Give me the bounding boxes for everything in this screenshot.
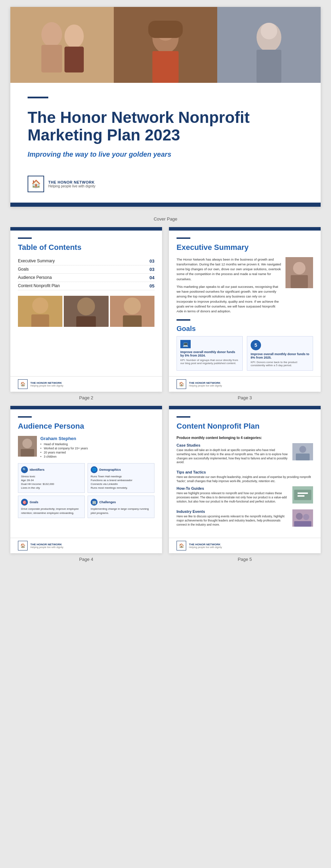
page-4-top-bar [10,406,162,409]
content-plan-title: Content Nonprofit Plan [177,422,313,431]
persona-info: Graham Stephen Head of Marketing Worked … [40,436,154,459]
svg-rect-30 [21,449,34,457]
small-org-tagline-p2: Helping people live with dignity [30,384,63,387]
persona-identifiers-card: 🔍 Identifiers Stress toxicAge 28-34Dual … [18,463,85,493]
events-section: Industry Events Here we like to discuss … [177,509,313,530]
org-tagline: Helping people live with dignity [48,184,96,188]
content-intro: Produce monthly content belonging to 4 c… [177,436,313,440]
svg-point-17 [32,297,48,313]
page-3: Executive Summary The Honor Network has … [169,227,321,392]
cover-page-label: Cover Page [0,214,331,227]
persona-bullet-2: Worked at company for 15+ years [40,447,154,450]
goals-card-text: Drive corporate productivity; improve em… [21,507,82,515]
persona-photo [18,436,37,457]
exec-text: The Honor Network has always been in the… [177,257,281,314]
exec-summary-content: The Honor Network has always been in the… [177,257,313,314]
page-2: Table of Contents Executive Summary 03 G… [10,227,162,392]
exec-photo [285,257,313,288]
laptop-icon: 💻 [180,340,191,348]
howto-title: How-To Guides [177,486,289,490]
small-org-tagline-p5: Helping people live with dignity [189,546,222,548]
svg-point-6 [68,26,80,38]
challenges-text: Implementing change in large company run… [91,507,151,515]
page-2-top-bar [10,227,162,231]
cover-blue-bar [28,97,48,98]
small-logo-icon-p3: 🏠 [177,379,186,389]
small-org-tagline-p3: Helping people live with dignity [189,384,222,387]
persona-header: Graham Stephen Head of Marketing Worked … [18,436,154,459]
page-2-label: Page 2 [10,395,162,406]
pages-row-2-3: Table of Contents Executive Summary 03 G… [10,227,321,392]
page-5-blue-bar [177,416,190,418]
org-name: THE HONOR NETWORK [48,180,96,184]
toc-item-goals: Goals 03 [18,265,154,274]
toc-persona-num: 04 [150,275,154,280]
goal-card-1: 💻 Improve overall monthly donor funds by… [177,336,243,371]
toc-exec-label: Executive Summary [18,259,55,263]
svg-rect-18 [31,314,49,327]
goal-1-kpi: KPI: Number of signups that occur direct… [180,359,239,365]
page-5-inner: Content Nonprofit Plan Produce monthly c… [169,409,321,538]
svg-rect-0 [10,7,114,83]
pages-row-4-5: Audience Persona Graham Stephen Head of … [10,406,321,553]
page-3-bottom: 🏠 THE HONOR NETWORK Helping people live … [169,376,321,392]
page-4-inner: Audience Persona Graham Stephen Head of … [10,409,162,538]
events-photo [292,509,313,527]
tips-title: Tips and Tactics [177,470,313,474]
cover-photo-elderly-couple [10,7,114,83]
svg-point-40 [303,514,309,520]
toc-item-exec: Executive Summary 03 [18,257,154,265]
goals-row: 💻 Improve overall monthly donor funds by… [177,336,313,371]
challenges-heading: Challenges [99,500,116,504]
page-4: Audience Persona Graham Stephen Head of … [10,406,162,553]
small-org-name-p5: THE HONOR NETWORK [189,543,222,546]
persona-challenges-card: 🏢 Challenges Implementing change in larg… [88,496,154,518]
identifiers-heading: Identifiers [30,468,44,471]
page-3-label: Page 3 [169,395,321,406]
svg-point-20 [77,297,95,315]
svg-rect-37 [298,495,304,497]
goal-1-heading: Improve overall monthly donor funds by 5… [180,350,239,357]
small-logo-icon-p4: 🏠 [18,541,28,550]
goal-2-kpi: KPI: Donors come back to the product con… [251,361,309,367]
svg-rect-10 [152,51,179,83]
demographics-heading: Demographics [99,468,121,471]
page-2-blue-bar [18,237,32,239]
svg-point-32 [299,446,306,453]
cover-page: The Honor Network Nonprofit Marketing Pl… [0,7,331,227]
search-icon: 🔍 [21,466,28,473]
exec-para-1: The Honor Network has always been in the… [177,257,281,282]
persona-demographics-card: 🌐 Demographics Runs Town Hall meetingsFu… [88,463,154,493]
svg-rect-2 [41,45,62,72]
toc-photo-2 [64,296,108,327]
page-5: Content Nonprofit Plan Produce monthly c… [169,406,321,553]
case-studies-text: Case studies will take an in-depth look … [177,448,289,465]
svg-point-23 [124,297,141,314]
case-studies-title: Case Studies [177,443,289,447]
page-3-inner: Executive Summary The Honor Network has … [169,231,321,376]
svg-point-5 [46,24,58,37]
toc-persona-label: Audience Persona [18,275,52,280]
small-org-tagline-p4: Helping people live with dignity [30,546,63,548]
goals-card-title: 🎯 Goals [21,499,82,506]
cover-photos [10,7,321,83]
cover-title: The Honor Network Nonprofit Marketing Pl… [28,109,303,144]
demographics-text: Runs Town Hall meetingsFunctions as a br… [91,475,151,490]
toc-item-content: Content Nonprofit Plan 05 [18,282,154,290]
svg-rect-11 [148,21,183,38]
events-title: Industry Events [177,509,289,514]
howto-body: How-To Guides Here we highlight process … [177,486,289,507]
demographics-title: 🌐 Demographics [91,466,151,473]
howto-section: How-To Guides Here we highlight process … [177,486,313,507]
small-logo-icon-p5: 🏠 [177,541,186,550]
persona-bullet-4: 3 children [40,455,154,458]
persona-goals-card: 🎯 Goals Drive corporate productivity; im… [18,496,85,518]
case-studies-body: Case Studies Case studies will take an i… [177,443,289,468]
howto-text: Here we highlight process relevant to no… [177,491,289,504]
goals-title: Goals [177,325,313,333]
logo-icon: 🏠 [28,176,44,192]
svg-rect-15 [257,50,281,83]
identifiers-title: 🔍 Identifiers [21,466,82,473]
goal-2-heading: Improve overall monthly donor funds to 8… [251,352,309,359]
toc-photos [18,296,154,327]
